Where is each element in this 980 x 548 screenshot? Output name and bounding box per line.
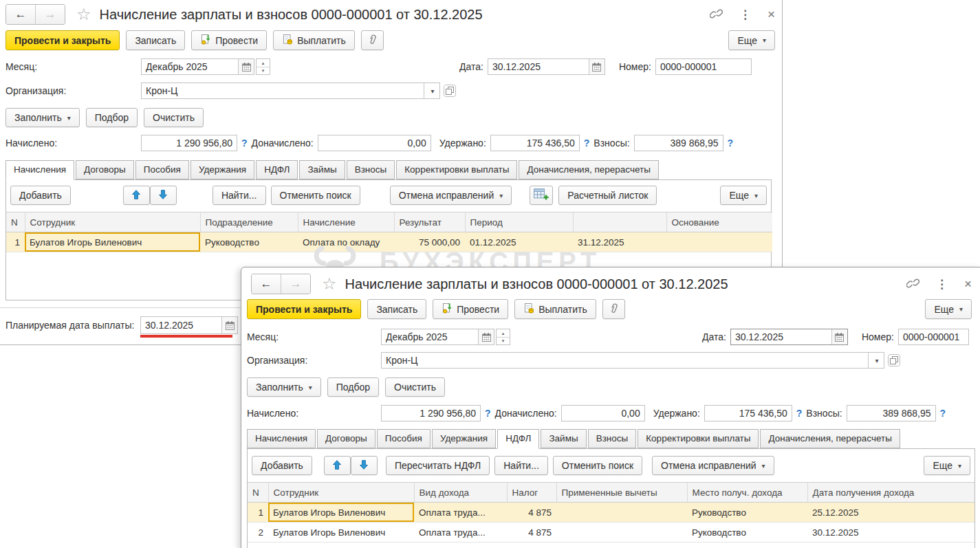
more-toolbar-button[interactable]: Еще▾ — [924, 456, 970, 475]
add-button[interactable]: Добавить — [10, 186, 71, 205]
tab-posobiya[interactable]: Пособия — [377, 429, 431, 448]
move-up-button[interactable] — [324, 456, 351, 475]
find-button[interactable]: Найти... — [494, 456, 548, 475]
date-field[interactable]: 30.12.2025 — [730, 329, 848, 345]
post-and-close-button[interactable]: Провести и закрыть — [247, 299, 361, 319]
cancel-fixes-button[interactable]: Отмена исправлений▾ — [390, 186, 512, 205]
col-income-date[interactable]: Дата получения дохода — [807, 483, 974, 503]
number-field[interactable]: 0000-000001 — [898, 329, 969, 345]
close-icon[interactable]: × — [767, 7, 775, 22]
tab-donachisleniya[interactable]: Доначисления, перерасчеты — [519, 160, 658, 179]
calendar-icon[interactable] — [478, 329, 494, 344]
open-organization-icon[interactable] — [444, 85, 456, 97]
organization-field[interactable]: Крон-Ц ▾ — [381, 352, 884, 369]
contributions-field[interactable]: 389 868,95 — [634, 135, 723, 151]
organization-field[interactable]: Крон-Ц ▾ — [141, 83, 440, 99]
month-stepper[interactable]: ▴▾ — [496, 329, 510, 345]
col-deductions[interactable]: Примененные вычеты — [556, 483, 687, 503]
tab-ndfl[interactable]: НДФЛ — [497, 429, 539, 449]
clear-button[interactable]: Очистить — [144, 108, 204, 127]
tab-vznosy[interactable]: Взносы — [588, 429, 637, 448]
withheld-field[interactable]: 175 436,50 — [490, 135, 580, 151]
cancel-search-button[interactable]: Отменить поиск — [271, 186, 360, 205]
selected-cell[interactable]: Булатов Игорь Виленович — [268, 503, 414, 523]
tab-uderzhaniya[interactable]: Удержания — [432, 429, 496, 448]
payslip-grid-button[interactable] — [530, 186, 553, 205]
dropdown-arrow-icon[interactable]: ▾ — [868, 353, 884, 368]
tab-dogovory[interactable]: Договоры — [317, 429, 375, 448]
tab-dogovory[interactable]: Договоры — [76, 160, 134, 179]
selected-cell[interactable]: Булатов Игорь Виленович — [25, 232, 200, 252]
col-employee[interactable]: Сотрудник — [25, 212, 200, 232]
tab-zaymy[interactable]: Займы — [299, 160, 345, 179]
close-icon[interactable]: × — [964, 276, 972, 292]
more-toolbar-button[interactable]: Еще▾ — [720, 186, 767, 205]
post-and-close-button[interactable]: Провести и закрыть — [6, 30, 120, 50]
get-link-icon[interactable] — [710, 8, 723, 21]
col-period-end[interactable] — [573, 212, 666, 232]
withheld-help-icon[interactable]: ? — [796, 408, 803, 419]
tab-donachisleniya[interactable]: Доначисления, перерасчеты — [760, 429, 900, 448]
cancel-fixes-button[interactable]: Отмена исправлений▾ — [652, 456, 774, 475]
tab-posobiya[interactable]: Пособия — [135, 160, 189, 179]
month-field[interactable]: Декабрь 2025 — [381, 329, 494, 345]
kebab-menu-icon[interactable]: ⋮ — [936, 277, 948, 292]
withheld-field[interactable]: 175 436,50 — [704, 405, 792, 421]
col-employee[interactable]: Сотрудник — [268, 483, 414, 503]
col-income-type[interactable]: Вид дохода — [414, 483, 507, 503]
dropdown-arrow-icon[interactable]: ▾ — [424, 83, 439, 98]
recalc-ndfl-button[interactable]: Пересчитать НДФЛ — [386, 456, 490, 475]
col-accrual[interactable]: Начисление — [298, 212, 394, 232]
col-basis[interactable]: Основание — [666, 212, 772, 232]
date-field[interactable]: 30.12.2025 — [488, 58, 605, 75]
pick-button[interactable]: Подбор — [86, 108, 138, 127]
calendar-icon[interactable] — [831, 329, 847, 344]
col-department[interactable]: Подразделение — [200, 212, 298, 232]
additional-field[interactable]: 0,00 — [561, 405, 645, 421]
payslip-button[interactable]: Расчетный листок — [558, 186, 657, 205]
more-button[interactable]: Еще▾ — [728, 30, 775, 50]
tab-nachisleniya[interactable]: Начисления — [6, 160, 74, 180]
forward-button[interactable]: → — [281, 274, 310, 294]
tab-uderzhaniya[interactable]: Удержания — [190, 160, 254, 179]
pay-button[interactable]: Выплатить — [514, 299, 596, 319]
forward-button[interactable]: → — [36, 5, 65, 24]
move-up-button[interactable] — [123, 186, 150, 205]
get-link-icon[interactable] — [906, 278, 919, 291]
tab-ndfl[interactable]: НДФЛ — [256, 160, 298, 179]
attachments-button[interactable] — [602, 299, 625, 319]
contributions-help-icon[interactable]: ? — [940, 408, 946, 419]
planned-date-field[interactable]: 30.12.2025 — [140, 316, 238, 334]
tab-korrektirovki[interactable]: Корректировки выплаты — [638, 429, 759, 448]
col-result[interactable]: Результат — [394, 212, 465, 232]
contributions-field[interactable]: 389 868,95 — [847, 405, 936, 421]
pick-button[interactable]: Подбор — [327, 377, 379, 397]
calendar-icon[interactable] — [238, 59, 254, 74]
number-field[interactable]: 0000-000001 — [655, 58, 752, 75]
table-row[interactable]: 2 Булатов Игорь Виленович Оплата труда..… — [248, 523, 974, 542]
cancel-search-button[interactable]: Отменить поиск — [553, 456, 642, 475]
month-field[interactable]: Декабрь 2025 — [141, 58, 254, 75]
accrued-help-icon[interactable]: ? — [485, 408, 491, 419]
find-button[interactable]: Найти... — [213, 186, 266, 205]
accrued-help-icon[interactable]: ? — [241, 138, 248, 149]
col-n[interactable]: N — [248, 483, 268, 503]
calendar-icon[interactable] — [589, 59, 605, 74]
accrued-field[interactable]: 1 290 956,80 — [141, 135, 237, 151]
open-organization-icon[interactable] — [888, 354, 900, 366]
tab-vznosy[interactable]: Взносы — [347, 160, 395, 179]
pay-button[interactable]: Выплатить — [273, 30, 355, 50]
kebab-menu-icon[interactable]: ⋮ — [739, 8, 751, 22]
additional-field[interactable]: 0,00 — [318, 135, 431, 151]
contributions-help-icon[interactable]: ? — [728, 138, 734, 149]
post-button[interactable]: Провести — [191, 30, 267, 50]
accrued-field[interactable]: 1 290 956,80 — [381, 405, 481, 421]
back-button[interactable]: ← — [6, 5, 36, 24]
calendar-icon[interactable] — [221, 317, 237, 333]
fill-button[interactable]: Заполнить▾ — [247, 377, 321, 397]
save-button[interactable]: Записать — [367, 299, 426, 319]
tab-nachisleniya[interactable]: Начисления — [247, 429, 316, 448]
clear-button[interactable]: Очистить — [385, 377, 445, 397]
col-income-place[interactable]: Место получ. дохода — [687, 483, 807, 503]
col-tax[interactable]: Налог — [507, 483, 556, 503]
